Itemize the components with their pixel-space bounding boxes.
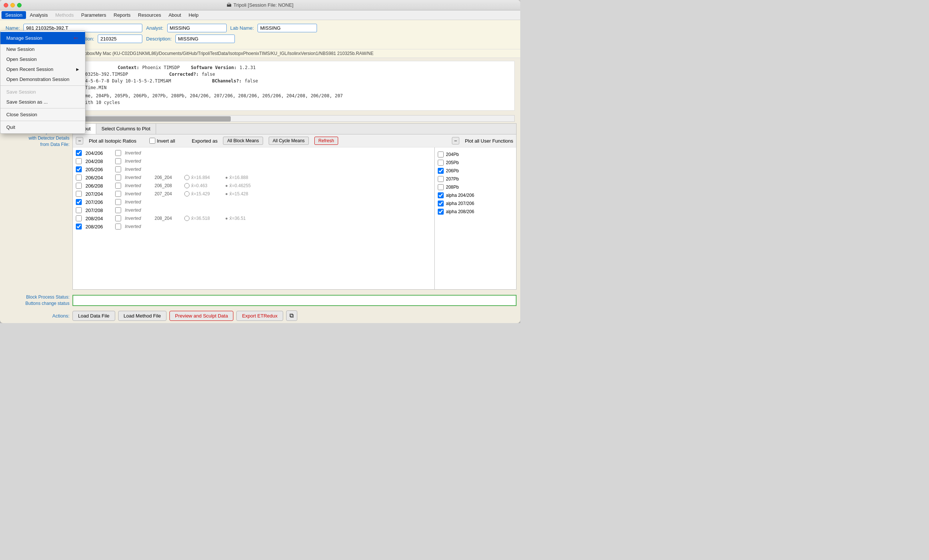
collapse-user-functions-btn[interactable]: − (452, 137, 459, 144)
invert-206-204-label: Inverted (125, 175, 151, 180)
traffic-lights (4, 3, 21, 8)
fraction-input[interactable] (98, 35, 142, 43)
user-fn-205pb: 205Pb (438, 159, 513, 167)
ratio-205-206-name: 205/206 (86, 167, 112, 172)
dropdown-open-session[interactable]: Open Session (0, 54, 85, 64)
invert-208-206-checkbox[interactable] (115, 223, 121, 230)
ratio-205-206-checkbox[interactable] (76, 166, 82, 172)
actions-label: Actions: (4, 313, 72, 318)
invert-204-208-checkbox[interactable] (115, 158, 121, 164)
invert-207-204-label: Inverted (125, 191, 151, 196)
invert-204-206-checkbox[interactable] (115, 150, 121, 156)
plot-all-ratios-label: Plot all Isotopic Ratios (89, 138, 136, 144)
invert-all-label: Invert all (157, 138, 175, 144)
preview-sculpt-data-button[interactable]: Preview and Sculpt Data (169, 311, 233, 321)
ratio-206-204-checkbox[interactable] (76, 174, 82, 181)
ratio-208-204-checkbox[interactable] (76, 216, 82, 221)
user-fn-206pb-label: 206Pb (446, 168, 459, 173)
invert-205-206-checkbox[interactable] (115, 166, 121, 172)
close-button[interactable] (4, 3, 8, 8)
menu-reports[interactable]: Reports (110, 11, 135, 19)
invert-206-208-checkbox[interactable] (115, 183, 121, 189)
menu-about[interactable]: About (165, 11, 185, 19)
description-input[interactable] (175, 35, 235, 43)
ratio-207-206-checkbox[interactable] (76, 199, 82, 205)
invert-204-208-label: Inverted (125, 159, 151, 164)
all-block-means-button[interactable]: All Block Means (223, 137, 263, 145)
labname-input[interactable] (258, 24, 317, 32)
analyst-input[interactable] (167, 24, 227, 32)
dropdown-new-session[interactable]: New Session (0, 44, 85, 54)
all-cycle-means-button[interactable]: All Cycle Means (269, 137, 309, 145)
minimize-button[interactable] (11, 3, 15, 8)
bchannels-label: BChannels?: (197, 78, 242, 84)
dropdown-quit[interactable]: Quit (0, 122, 85, 132)
dropdown-save-session-as[interactable]: Save Session as ... (0, 97, 85, 107)
menu-session[interactable]: Session (2, 11, 26, 19)
menu-parameters[interactable]: Parameters (78, 11, 110, 19)
exported-206-208-label: 206_208 (155, 183, 181, 188)
export-etredux-button[interactable]: Export ETRedux (236, 311, 283, 321)
user-fn-204pb-checkbox[interactable] (438, 151, 444, 158)
window-title: 🏔 Tripoli [Session File: NONE] (227, 2, 293, 8)
user-fn-alpha-208-206-checkbox[interactable] (438, 209, 444, 215)
user-fn-206pb: 206Pb (438, 167, 513, 175)
user-fn-207pb-checkbox[interactable] (438, 176, 444, 182)
user-fn-alpha-204-206: alpha 204/206 (438, 191, 513, 199)
ratio-208-206-checkbox[interactable] (76, 223, 82, 230)
load-method-file-button[interactable]: Load Method File (118, 311, 167, 321)
user-fn-205pb-checkbox[interactable] (438, 160, 444, 165)
ratio-204-208-name: 204/208 (86, 159, 112, 164)
user-fn-204pb-label: 204Pb (446, 152, 459, 157)
block-mean-207-204-radio[interactable] (184, 191, 190, 196)
user-fn-208pb-checkbox[interactable] (438, 184, 444, 190)
ratio-207-204-checkbox[interactable] (76, 191, 82, 197)
dropdown-manage-session[interactable]: Manage Session ← (0, 32, 85, 44)
invert-206-208-label: Inverted (125, 183, 151, 188)
user-fn-alpha-208-206: alpha 208/206 (438, 208, 513, 216)
ratio-row-207-208: 207/208 Inverted (73, 206, 434, 214)
actions-area: Actions: Load Data File Load Method File… (0, 308, 520, 323)
invert-207-206-checkbox[interactable] (115, 199, 121, 205)
user-fn-204pb: 204Pb (438, 150, 513, 159)
corrected-value: false (202, 72, 215, 77)
ratio-204-208-checkbox[interactable] (76, 158, 82, 164)
maximize-button[interactable] (17, 3, 21, 8)
dropdown-save-session: Save Session (0, 87, 85, 97)
block-mean-206-204-radio[interactable] (184, 175, 190, 180)
invert-all-checkbox[interactable] (149, 138, 155, 144)
block-mean-208-204-radio[interactable] (184, 216, 190, 221)
ratio-table: 204/206 Inverted 204/208 Inverted (73, 147, 434, 289)
menu-help[interactable]: Help (185, 11, 202, 19)
menu-analysis[interactable]: Analysis (26, 11, 51, 19)
ratio-207-208-name: 207/208 (86, 208, 112, 213)
dropdown-open-recent[interactable]: Open Recent Session ▶ (0, 64, 85, 74)
dropdown-close-session[interactable]: Close Session (0, 110, 85, 119)
user-fn-206pb-checkbox[interactable] (438, 168, 444, 174)
refresh-button[interactable]: Refresh (314, 137, 338, 145)
user-fn-alpha-207-206-checkbox[interactable] (438, 200, 444, 207)
ratio-207-208-checkbox[interactable] (76, 207, 82, 213)
invert-208-204-checkbox[interactable] (115, 216, 121, 221)
ratio-row-206-204: 206/204 Inverted 206_204 x̄=16.894 ● x̄=… (73, 173, 434, 182)
copy-button[interactable]: ⧉ (286, 311, 297, 321)
ratio-204-206-checkbox[interactable] (76, 150, 82, 156)
user-fn-alpha-204-206-checkbox[interactable] (438, 192, 444, 198)
block-mean-206-208-radio[interactable] (184, 183, 190, 188)
ratio-206-208-checkbox[interactable] (76, 183, 82, 189)
user-fn-207pb: 207Pb (438, 175, 513, 183)
block-mean-206-204: x̄=16.894 (184, 175, 221, 180)
dropdown-open-demo[interactable]: Open Demonstration Session (0, 74, 85, 84)
exported-206-204-label: 206_204 (155, 175, 181, 180)
collapse-isotopic-ratios-btn[interactable]: − (76, 137, 83, 144)
invert-206-204-checkbox[interactable] (115, 174, 121, 181)
menu-resources[interactable]: Resources (134, 11, 165, 19)
load-data-file-button[interactable]: Load Data File (72, 311, 115, 321)
user-fn-205pb-label: 205Pb (446, 160, 459, 165)
panel-tabs: About Select Columns to Plot (73, 124, 516, 135)
invert-207-204-checkbox[interactable] (115, 191, 121, 197)
tab-select-columns[interactable]: Select Columns to Plot (96, 124, 156, 134)
copy-icon: ⧉ (290, 312, 294, 319)
invert-207-208-checkbox[interactable] (115, 207, 121, 213)
invert-208-206-label: Inverted (125, 224, 151, 229)
